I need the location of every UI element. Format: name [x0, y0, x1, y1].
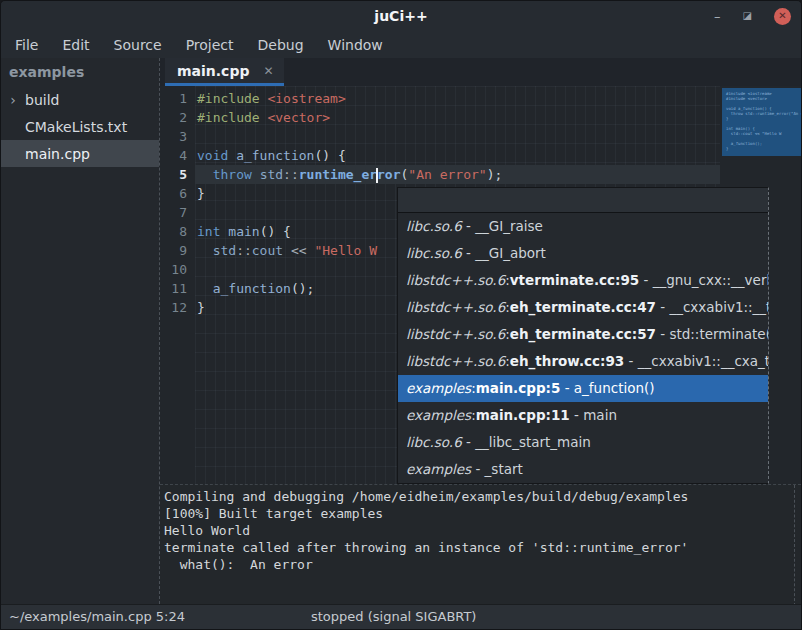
minimap-line: }: [726, 146, 801, 151]
editor-pane: main.cpp✕ 1#include <iostream>2#include …: [159, 58, 801, 604]
menu-item-edit[interactable]: Edit: [52, 34, 99, 56]
code-line: 4void a_function() {: [160, 146, 801, 165]
library-name: libstdc++.so.6: [406, 326, 505, 342]
library-name: libstdc++.so.6: [406, 299, 505, 315]
code-text: throw std::runtime_error("An error");: [194, 165, 502, 184]
tab-label: main.cpp: [177, 63, 249, 79]
library-name: examples: [406, 407, 471, 423]
status-bar: ~/examples/main.cpp 5:24 stopped (signal…: [1, 604, 801, 629]
tab-bar: main.cpp✕: [160, 58, 801, 86]
menu-bar: FileEditSourceProjectDebugWindow: [1, 31, 801, 58]
code-text: }: [194, 298, 205, 317]
file-line-ref: vterminate.cc:95: [510, 272, 639, 288]
backtrace-item[interactable]: examples:main.cpp:5 - a_function(): [398, 375, 768, 402]
tree-item-label: build: [25, 92, 59, 108]
backtrace-item[interactable]: examples - _start: [398, 456, 768, 483]
backtrace-item[interactable]: examples:main.cpp:11 - main: [398, 402, 768, 429]
window-controls: – ◪ ✕: [714, 1, 791, 31]
code-line: 5 throw std::runtime_error("An error");: [160, 165, 801, 184]
backtrace-popup-header: [398, 188, 768, 213]
library-name: libc.so.6: [406, 245, 462, 261]
terminal-line: [100%] Built target examples: [164, 505, 801, 522]
line-number: 2: [160, 108, 194, 127]
file-line-ref: main.cpp:5: [476, 380, 561, 396]
backtrace-item[interactable]: libc.so.6 - __GI_raise: [398, 213, 768, 240]
menu-item-file[interactable]: File: [5, 34, 48, 56]
restore-icon[interactable]: ◪: [743, 11, 752, 21]
line-number: 12: [160, 298, 194, 317]
titlebar[interactable]: juCi++ – ◪ ✕: [1, 1, 801, 31]
line-number: 9: [160, 241, 194, 260]
backtrace-list: libc.so.6 - __GI_raiselibc.so.6 - __GI_a…: [398, 213, 768, 483]
backtrace-item[interactable]: libc.so.6 - __GI_abort: [398, 240, 768, 267]
code-text: [194, 260, 197, 279]
close-icon[interactable]: ✕: [774, 8, 791, 25]
tab-close-icon[interactable]: ✕: [263, 64, 273, 78]
tree-item-main-cpp[interactable]: main.cpp: [1, 140, 159, 167]
backtrace-item[interactable]: libc.so.6 - __libc_start_main: [398, 429, 768, 456]
minimap-line: throw std::runtime_error("An error");: [726, 111, 801, 116]
debug-status: stopped (signal SIGABRT): [311, 609, 476, 624]
line-number: 3: [160, 127, 194, 146]
line-number: 7: [160, 203, 194, 222]
tree-item-build[interactable]: ›build: [1, 86, 159, 113]
code-line: 1#include <iostream>: [160, 89, 801, 108]
library-name: examples: [406, 380, 471, 396]
file-location-status: ~/examples/main.cpp 5:24: [9, 609, 185, 624]
tree-item-label: main.cpp: [25, 146, 90, 162]
file-line-ref: eh_throw.cc:93: [510, 353, 624, 369]
line-number: 6: [160, 184, 194, 203]
file-line-ref: main.cpp:11: [476, 407, 570, 423]
code-text: #include <iostream>: [194, 89, 346, 108]
terminal-line: terminate called after throwing an insta…: [164, 539, 801, 556]
tree-item-cmakelists-txt[interactable]: CMakeLists.txt: [1, 113, 159, 140]
line-number: 4: [160, 146, 194, 165]
file-tree: ›buildCMakeLists.txtmain.cpp: [1, 86, 159, 167]
line-number: 11: [160, 279, 194, 298]
code-line: 3: [160, 127, 801, 146]
library-name: libstdc++.so.6: [406, 353, 505, 369]
chevron-right-icon[interactable]: ›: [5, 92, 21, 108]
library-name: examples: [406, 461, 471, 477]
backtrace-item[interactable]: libstdc++.so.6:eh_terminate.cc:47 - __cx…: [398, 294, 768, 321]
code-text: std::cout << "Hello W: [194, 241, 377, 260]
file-line-ref: eh_terminate.cc:47: [510, 299, 656, 315]
backtrace-item[interactable]: libstdc++.so.6:eh_throw.cc:93 - __cxxabi…: [398, 348, 768, 375]
code-minimap[interactable]: #include <iostream>#include <vector> voi…: [722, 88, 801, 156]
code-text: a_function();: [194, 279, 314, 298]
terminal-line: what(): An error: [164, 556, 801, 573]
code-text: [194, 203, 197, 222]
minimize-icon[interactable]: –: [714, 10, 721, 23]
line-number: 1: [160, 89, 194, 108]
terminal-output[interactable]: Compiling and debugging /home/eidheim/ex…: [160, 484, 801, 606]
backtrace-item[interactable]: libstdc++.so.6:eh_terminate.cc:57 - std:…: [398, 321, 768, 348]
tree-item-label: CMakeLists.txt: [25, 119, 127, 135]
file-tree-sidebar: examples ›buildCMakeLists.txtmain.cpp: [1, 58, 159, 604]
line-number: 8: [160, 222, 194, 241]
code-text: #include <vector>: [194, 108, 330, 127]
library-name: libc.so.6: [406, 434, 462, 450]
terminal-line: Compiling and debugging /home/eidheim/ex…: [164, 488, 801, 505]
code-editor[interactable]: 1#include <iostream>2#include <vector>34…: [160, 86, 801, 484]
terminal-line: Hello World: [164, 522, 801, 539]
backtrace-popup: libc.so.6 - __GI_raiselibc.so.6 - __GI_a…: [397, 187, 769, 484]
line-number: 5: [160, 165, 194, 184]
app-window: juCi++ – ◪ ✕ FileEditSourceProjectDebugW…: [0, 0, 802, 630]
window-title: juCi++: [374, 8, 427, 24]
library-name: libc.so.6: [406, 218, 462, 234]
menu-item-window[interactable]: Window: [318, 34, 393, 56]
library-name: libstdc++.so.6: [406, 272, 505, 288]
code-line: 2#include <vector>: [160, 108, 801, 127]
tab-main-cpp[interactable]: main.cpp✕: [165, 58, 284, 86]
menu-item-project[interactable]: Project: [176, 34, 244, 56]
backtrace-item[interactable]: libstdc++.so.6:vterminate.cc:95 - __gnu_…: [398, 267, 768, 294]
code-text: [194, 127, 197, 146]
line-number: 10: [160, 260, 194, 279]
file-line-ref: eh_terminate.cc:57: [510, 326, 656, 342]
code-text: }: [194, 184, 205, 203]
code-text: void a_function() {: [194, 146, 346, 165]
menu-item-debug[interactable]: Debug: [248, 34, 314, 56]
menu-item-source[interactable]: Source: [104, 34, 172, 56]
code-text: int main() {: [194, 222, 291, 241]
project-name-header: examples: [1, 58, 159, 86]
